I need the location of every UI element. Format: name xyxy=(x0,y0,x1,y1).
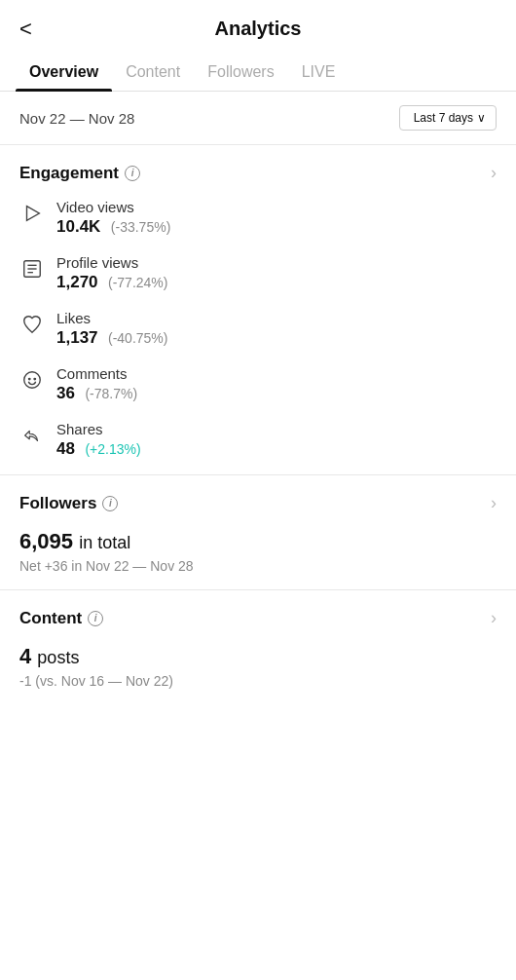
likes-change: (-40.75%) xyxy=(108,330,167,346)
content-compare: -1 (vs. Nov 16 — Nov 22) xyxy=(19,673,497,689)
comments-label: Comments xyxy=(56,365,137,382)
followers-header: Followers i › xyxy=(19,493,497,513)
svg-point-6 xyxy=(29,378,30,379)
app-header: < Analytics xyxy=(0,0,516,54)
engagement-chevron-icon[interactable]: › xyxy=(491,163,497,183)
chevron-down-icon: ∨ xyxy=(477,111,486,125)
video-views-change: (-33.75%) xyxy=(111,219,170,235)
content-posts: 4 posts xyxy=(19,644,497,669)
tab-bar: Overview Content Followers LIVE xyxy=(0,54,516,92)
likes-value: 1,137 xyxy=(56,328,98,347)
profile-views-label: Profile views xyxy=(56,254,167,271)
metric-profile-views: Profile views 1,270 (-77.24%) xyxy=(19,254,497,292)
metric-video-views: Video views 10.4K (-33.75%) xyxy=(19,199,497,237)
back-button[interactable]: < xyxy=(19,19,32,40)
tab-content[interactable]: Content xyxy=(112,54,194,91)
content-header: Content i › xyxy=(19,608,497,628)
followers-title: Followers xyxy=(19,494,96,513)
tab-followers[interactable]: Followers xyxy=(194,54,287,91)
play-icon xyxy=(19,201,45,226)
engagement-info-icon[interactable]: i xyxy=(125,166,140,181)
followers-total: 6,095 in total xyxy=(19,529,497,554)
tab-overview[interactable]: Overview xyxy=(16,54,112,91)
shares-change: (+2.13%) xyxy=(85,441,140,457)
engagement-section: Engagement i › Video views 10.4K (-33.75… xyxy=(0,145,516,475)
heart-icon xyxy=(19,312,45,337)
content-title-row: Content i xyxy=(19,609,103,628)
date-filter-label: Last 7 days xyxy=(414,111,473,125)
comment-icon xyxy=(19,367,45,393)
svg-point-7 xyxy=(34,378,35,379)
content-title: Content xyxy=(19,609,82,628)
comments-value: 36 xyxy=(56,384,75,402)
video-views-label: Video views xyxy=(56,199,170,215)
metric-shares: Shares 48 (+2.13%) xyxy=(19,421,497,459)
engagement-title: Engagement xyxy=(19,164,119,183)
content-section: Content i › 4 posts -1 (vs. Nov 16 — Nov… xyxy=(0,590,516,704)
date-filter-button[interactable]: Last 7 days ∨ xyxy=(399,105,497,131)
followers-title-row: Followers i xyxy=(19,494,118,513)
content-info-icon[interactable]: i xyxy=(88,611,103,626)
followers-section: Followers i › 6,095 in total Net +36 in … xyxy=(0,475,516,590)
svg-marker-0 xyxy=(27,207,40,221)
date-range-label: Nov 22 — Nov 28 xyxy=(19,110,134,127)
shares-value: 48 xyxy=(56,439,75,458)
engagement-title-row: Engagement i xyxy=(19,164,140,183)
followers-total-label: in total xyxy=(79,533,130,552)
shares-label: Shares xyxy=(56,421,141,437)
content-posts-label: posts xyxy=(37,648,79,667)
followers-info-icon[interactable]: i xyxy=(102,496,118,511)
engagement-header: Engagement i › xyxy=(19,163,497,183)
page-title: Analytics xyxy=(215,18,302,40)
date-row: Nov 22 — Nov 28 Last 7 days ∨ xyxy=(0,92,516,145)
metric-likes: Likes 1,137 (-40.75%) xyxy=(19,310,497,348)
followers-net: Net +36 in Nov 22 — Nov 28 xyxy=(19,558,497,574)
profile-views-change: (-77.24%) xyxy=(108,275,167,290)
svg-point-5 xyxy=(24,372,41,389)
video-views-value: 10.4K xyxy=(56,217,100,236)
comments-change: (-78.7%) xyxy=(85,386,137,401)
content-chevron-icon[interactable]: › xyxy=(491,608,497,628)
profile-icon xyxy=(19,256,45,282)
metric-comments: Comments 36 (-78.7%) xyxy=(19,365,497,403)
profile-views-value: 1,270 xyxy=(56,273,98,291)
tab-live[interactable]: LIVE xyxy=(288,54,350,91)
followers-chevron-icon[interactable]: › xyxy=(491,493,497,513)
likes-label: Likes xyxy=(56,310,167,326)
share-icon xyxy=(19,423,45,448)
